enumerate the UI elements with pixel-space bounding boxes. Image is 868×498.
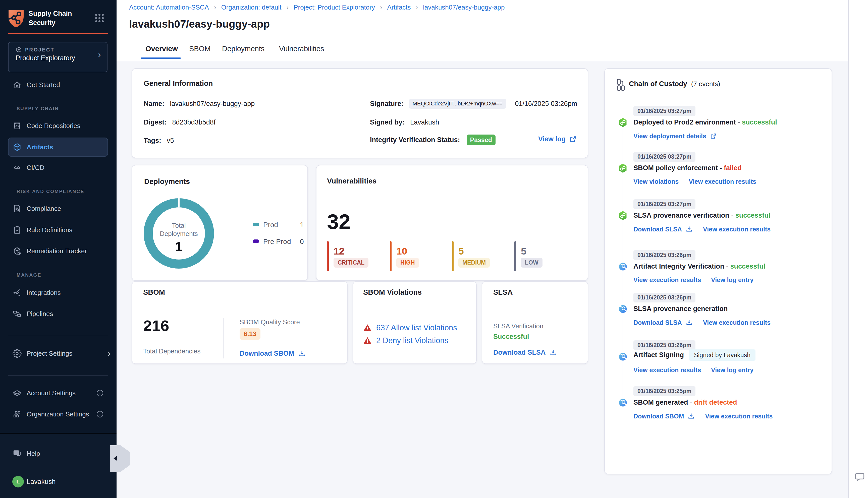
svg-text:?: ? [15,451,17,455]
